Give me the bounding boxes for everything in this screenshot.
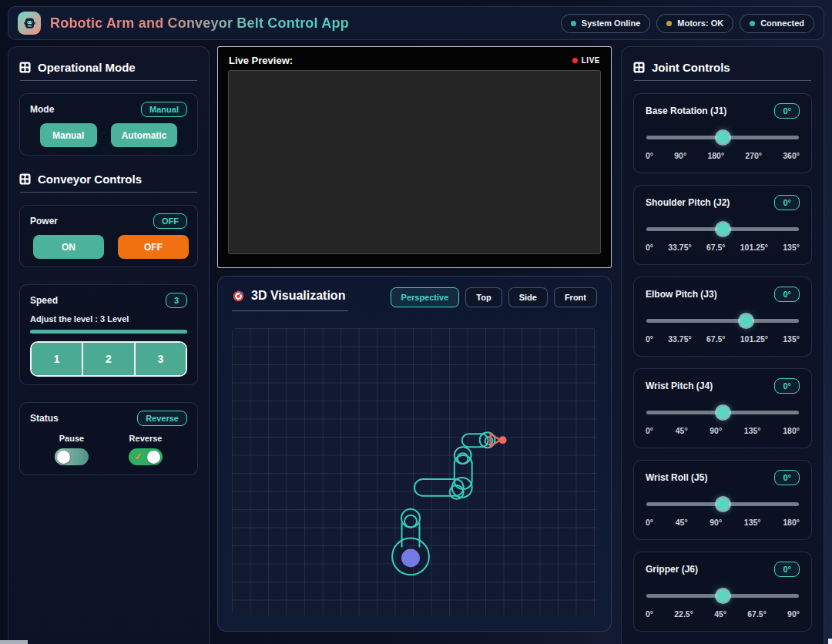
joint-slider-j1[interactable] — [646, 131, 799, 144]
status-badge-label: Motors: OK — [677, 18, 723, 28]
speed-level-1-button[interactable]: 1 — [32, 343, 82, 375]
status-dot-system — [571, 21, 576, 26]
speed-label: Speed — [30, 295, 58, 306]
joint-controls-header: Joint Controls — [633, 61, 812, 74]
grid-icon — [633, 62, 645, 73]
live-preview-panel: Live Preview: LIVE — [217, 46, 612, 268]
power-card: Power OFF ON OFF — [19, 205, 198, 267]
joint-value-badge: 0° — [774, 378, 800, 394]
pause-toggle-knob — [57, 451, 70, 464]
section-title: Conveyor Controls — [38, 173, 142, 186]
slider-knob[interactable] — [716, 131, 730, 144]
slider-knob[interactable] — [716, 406, 730, 419]
mode-value-badge: Manual — [141, 102, 187, 117]
power-off-button[interactable]: OFF — [118, 235, 189, 259]
joint-name: Wrist Roll (J5) — [646, 472, 707, 483]
joint-slider-j4[interactable] — [646, 406, 799, 419]
joint-card-j1: Base Rotation (J1) 0° 0°90°180°270°360° — [633, 93, 812, 173]
status-label: Status — [30, 413, 59, 424]
joint-value-badge: 0° — [774, 562, 800, 577]
preview-screen — [228, 70, 601, 254]
viz-canvas[interactable] — [232, 328, 597, 615]
joint-value-badge: 0° — [774, 287, 800, 302]
status-badge-motors: Motors: OK — [656, 14, 733, 33]
status-badges: System Online Motors: OK Connected — [561, 14, 814, 33]
divider — [634, 80, 811, 81]
slider-knob[interactable] — [716, 589, 730, 602]
slider-ticks: 0°33.75°67.5°101.25°135° — [646, 334, 800, 344]
vertical-scrollbar-thumb[interactable] — [828, 639, 832, 644]
manual-mode-button[interactable]: Manual — [40, 123, 97, 147]
joint-value-badge: 0° — [774, 470, 800, 485]
joint-controls-panel: Joint Controls Base Rotation (J1) 0° 0°9… — [621, 46, 824, 644]
speed-progress-bar — [30, 330, 187, 334]
status-badge-label: Connected — [760, 18, 804, 28]
status-badge-connected: Connected — [740, 14, 814, 33]
joint-card-j5: Wrist Roll (J5) 0° 0°45°90°135°180° — [633, 460, 812, 540]
speed-level-3-button[interactable]: 3 — [134, 343, 186, 375]
view-perspective-button[interactable]: Perspective — [391, 287, 460, 307]
live-dot-icon — [572, 58, 578, 63]
viz-panel: 3D Visualization Perspective Top Side Fr… — [217, 276, 612, 632]
joint-name: Elbow Pitch (J3) — [646, 289, 717, 300]
joint-card-j3: Elbow Pitch (J3) 0° 0°33.75°67.5°101.25°… — [633, 277, 812, 357]
power-value-badge: OFF — [153, 213, 187, 229]
joint-slider-j5[interactable] — [646, 498, 799, 511]
app-header: Robotic Arm and Conveyor Belt Control Ap… — [8, 6, 824, 40]
reverse-toggle[interactable]: ✓ — [129, 448, 163, 465]
divider — [20, 192, 197, 193]
power-on-button[interactable]: ON — [33, 235, 104, 259]
slider-ticks: 0°22.5°45°67.5°90° — [646, 609, 800, 619]
horizontal-scrollbar-thumb[interactable] — [0, 640, 28, 644]
view-front-button[interactable]: Front — [554, 287, 597, 307]
pause-toggle[interactable] — [55, 448, 89, 465]
section-title: Joint Controls — [652, 61, 730, 74]
grid-icon — [19, 173, 31, 185]
viz-title: 3D Visualization — [251, 289, 345, 303]
viz-title-block: 3D Visualization — [232, 287, 348, 311]
live-preview-title: Live Preview: — [229, 55, 293, 66]
center-column: Live Preview: LIVE 3D Visualization P — [217, 46, 612, 632]
slider-knob[interactable] — [740, 314, 753, 327]
pause-label: Pause — [59, 434, 84, 443]
mode-label: Mode — [30, 104, 54, 115]
speed-level-2-button[interactable]: 2 — [82, 343, 133, 375]
operational-mode-header: Operational Mode — [19, 61, 198, 74]
live-label: LIVE — [582, 56, 600, 65]
joint-name: Wrist Pitch (J4) — [646, 381, 713, 391]
slider-ticks: 0°45°90°135°180° — [646, 518, 800, 527]
live-indicator: LIVE — [572, 56, 600, 65]
check-icon: ✓ — [134, 451, 143, 462]
joint-slider-j3[interactable] — [646, 314, 799, 327]
joint-slider-j6[interactable] — [646, 589, 799, 602]
status-card: Status Reverse Pause Reverse ✓ — [19, 402, 198, 475]
mode-card: Mode Manual Manual Automatic — [19, 93, 198, 156]
status-value-badge: Reverse — [137, 411, 187, 426]
speed-caption: Adjust the level : 3 Level — [30, 314, 187, 324]
target-icon — [232, 290, 245, 303]
power-label: Power — [30, 216, 58, 226]
view-side-button[interactable]: Side — [508, 287, 548, 307]
joint-card-j2: Shoulder Pitch (J2) 0° 0°33.75°67.5°101.… — [633, 185, 812, 265]
speed-card: Speed 3 Adjust the level : 3 Level 1 2 3 — [19, 284, 198, 385]
slider-ticks: 0°45°90°135°180° — [646, 426, 800, 435]
view-top-button[interactable]: Top — [465, 287, 502, 307]
joint-name: Gripper (J6) — [646, 564, 698, 575]
joint-card-j4: Wrist Pitch (J4) 0° 0°45°90°135°180° — [633, 368, 812, 448]
automatic-mode-button[interactable]: Automatic — [111, 123, 178, 147]
robot-arm-drawing — [232, 328, 597, 615]
view-buttons: Perspective Top Side Front — [391, 287, 597, 307]
left-control-panel: Operational Mode Mode Manual Manual Auto… — [8, 46, 210, 644]
slider-ticks: 0°33.75°67.5°101.25°135° — [646, 243, 800, 252]
joint-value-badge: 0° — [774, 195, 800, 210]
status-dot-motors — [666, 21, 672, 26]
slider-ticks: 0°90°180°270°360° — [646, 151, 800, 160]
grid-icon — [19, 62, 31, 73]
robot-logo-icon — [18, 12, 41, 35]
speed-value-badge: 3 — [166, 293, 187, 308]
slider-knob[interactable] — [716, 498, 730, 511]
slider-knob[interactable] — [716, 223, 730, 236]
divider — [20, 80, 197, 81]
joint-slider-j2[interactable] — [646, 223, 799, 236]
conveyor-controls-header: Conveyor Controls — [19, 173, 198, 186]
